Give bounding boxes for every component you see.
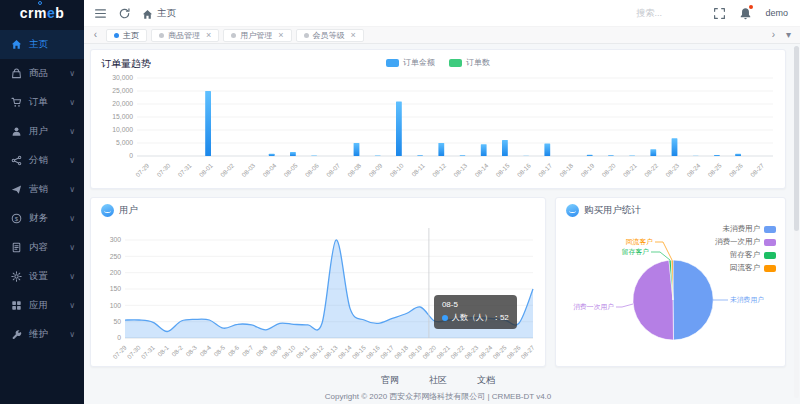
- svg-text:08-16: 08-16: [516, 161, 533, 178]
- dashboard-content: 订单量趋势 订单金额订单数 05,00010,00015,00020,00025…: [84, 44, 800, 404]
- order-trend-bar-chart[interactable]: 05,00010,00015,00020,00025,00030,00007-2…: [97, 74, 781, 186]
- svg-text:07-31: 07-31: [140, 343, 157, 360]
- search-input[interactable]: [636, 8, 700, 18]
- tab-用户管理[interactable]: 用户管理×: [223, 29, 291, 42]
- scrollbar-thumb[interactable]: [794, 46, 799, 231]
- svg-text:08-01: 08-01: [198, 161, 215, 178]
- svg-text:08-22: 08-22: [643, 161, 660, 178]
- svg-text:0: 0: [129, 152, 133, 159]
- user-menu[interactable]: demo: [765, 8, 788, 18]
- home-icon[interactable]: [142, 8, 153, 19]
- sidebar-item-维护[interactable]: 维护∨: [0, 320, 84, 349]
- tooltip-value: 人数（人）：52: [442, 312, 509, 325]
- marketing-icon: [11, 184, 22, 195]
- sidebar-item-财务[interactable]: $财务∨: [0, 204, 84, 233]
- hamburger-menu-icon[interactable]: [94, 7, 107, 20]
- legend-item-订单数[interactable]: 订单数: [449, 57, 490, 68]
- open-tabs: 主页商品管理×用户管理×会员等级×: [103, 29, 766, 42]
- svg-text:08-4: 08-4: [198, 343, 212, 357]
- tab-close-icon[interactable]: ×: [351, 31, 356, 40]
- order-trend-card: 订单量趋势 订单金额订单数 05,00010,00015,00020,00025…: [90, 49, 786, 189]
- svg-text:15,000: 15,000: [112, 113, 133, 120]
- fullscreen-icon[interactable]: [713, 7, 726, 20]
- tab-status-dot: [159, 33, 164, 38]
- svg-text:08-1: 08-1: [156, 343, 170, 357]
- goods-icon: [11, 68, 22, 79]
- pie-legend-item-留存客户[interactable]: 留存客户: [730, 250, 776, 260]
- pie-legend-item-消费一次用户[interactable]: 消费一次用户: [715, 237, 776, 247]
- svg-text:10,000: 10,000: [112, 126, 133, 133]
- footer-link-官网[interactable]: 官网: [381, 374, 399, 387]
- footer-link-文档[interactable]: 文档: [477, 374, 495, 387]
- footer-link-社区[interactable]: 社区: [429, 374, 447, 387]
- svg-text:08-12: 08-12: [431, 161, 448, 178]
- purchase-stats-card: 购买用户统计 未消费用户消费一次用户留存客户回流客户 未消费用户消费一次用户留存…: [555, 197, 786, 367]
- apps-icon: [11, 300, 22, 311]
- pie-legend-swatch: [764, 226, 776, 233]
- sidebar-item-订单[interactable]: 订单∨: [0, 88, 84, 117]
- svg-text:08-08: 08-08: [346, 161, 363, 178]
- svg-text:08-16: 08-16: [365, 343, 382, 360]
- tab-status-dot: [114, 33, 119, 38]
- tab-商品管理[interactable]: 商品管理×: [151, 29, 219, 42]
- pie-legend-item-未消费用户[interactable]: 未消费用户: [723, 224, 777, 234]
- users-area-chart[interactable]: 05010015020025030007-2907-3007-3108-108-…: [99, 222, 539, 366]
- svg-text:20,000: 20,000: [112, 100, 133, 107]
- legend-item-订单金额[interactable]: 订单金额: [386, 57, 435, 68]
- refresh-icon[interactable]: [118, 7, 131, 20]
- sidebar-item-label: 分销: [29, 154, 48, 167]
- chevron-down-icon: ∨: [69, 331, 75, 339]
- footer-links: 官网社区文档: [90, 374, 786, 387]
- settings-icon: [11, 271, 22, 282]
- chevron-down-icon: ∨: [69, 186, 75, 194]
- svg-text:08-21: 08-21: [622, 161, 639, 178]
- sidebar-item-label: 用户: [29, 125, 48, 138]
- svg-text:08-10: 08-10: [280, 343, 297, 360]
- svg-text:08-06: 08-06: [304, 161, 321, 178]
- tabs-scroll-left-icon[interactable]: ‹: [88, 30, 103, 40]
- svg-text:100: 100: [110, 302, 122, 309]
- notifications-bell-icon[interactable]: [739, 7, 752, 20]
- sidebar-item-label: 设置: [29, 270, 48, 283]
- distribution-icon: [11, 155, 22, 166]
- content-icon: [11, 242, 22, 253]
- chart-tooltip: 08-5 人数（人）：52: [434, 295, 517, 329]
- sidebar-item-label: 营销: [29, 183, 48, 196]
- home-icon: [11, 39, 22, 50]
- tab-label: 主页: [123, 30, 139, 41]
- sidebar-item-应用[interactable]: 应用∨: [0, 291, 84, 320]
- svg-text:08-15: 08-15: [494, 161, 511, 178]
- pie-legend-label: 未消费用户: [723, 224, 761, 234]
- svg-text:08-8: 08-8: [255, 343, 269, 357]
- tabs-options-icon[interactable]: ▾: [781, 30, 796, 40]
- tab-close-icon[interactable]: ×: [206, 31, 211, 40]
- svg-text:08-23: 08-23: [664, 161, 681, 178]
- sidebar-item-营销[interactable]: 营销∨: [0, 175, 84, 204]
- chevron-down-icon: ∨: [69, 244, 75, 252]
- svg-text:08-19: 08-19: [407, 343, 424, 360]
- sidebar-item-label: 主页: [29, 38, 48, 51]
- svg-text:08-11: 08-11: [410, 161, 426, 177]
- tab-会员等级[interactable]: 会员等级×: [296, 29, 364, 42]
- tooltip-series-dot: [442, 315, 448, 321]
- sidebar-item-分销[interactable]: 分销∨: [0, 146, 84, 175]
- svg-text:08-15: 08-15: [351, 343, 368, 360]
- notification-badge: [749, 5, 753, 9]
- sidebar-item-商品[interactable]: 商品∨: [0, 59, 84, 88]
- tabs-scroll-right-icon[interactable]: ›: [766, 30, 781, 40]
- sidebar-item-label: 维护: [29, 328, 48, 341]
- breadcrumb: 主页: [142, 7, 176, 20]
- svg-text:08-05: 08-05: [282, 161, 299, 178]
- sidebar-item-主页[interactable]: 主页: [0, 30, 84, 59]
- sidebar-item-内容[interactable]: 内容∨: [0, 233, 84, 262]
- legend-swatch: [386, 59, 399, 67]
- sidebar-item-设置[interactable]: 设置∨: [0, 262, 84, 291]
- tab-close-icon[interactable]: ×: [278, 31, 283, 40]
- pie-legend-item-回流客户[interactable]: 回流客户: [730, 263, 776, 273]
- svg-text:200: 200: [110, 269, 122, 276]
- svg-text:08-18: 08-18: [558, 161, 575, 178]
- sidebar-item-用户[interactable]: 用户∨: [0, 117, 84, 146]
- tab-主页[interactable]: 主页: [106, 29, 147, 42]
- svg-text:08-09: 08-09: [367, 161, 384, 178]
- tab-label: 会员等级: [313, 30, 345, 41]
